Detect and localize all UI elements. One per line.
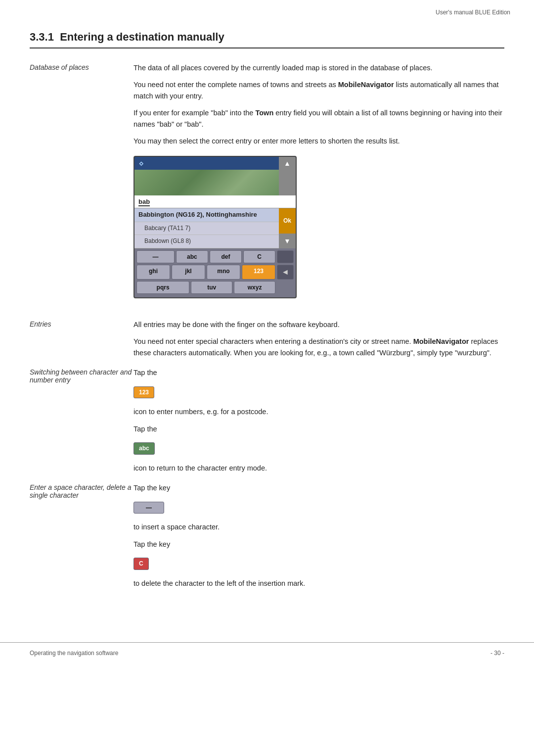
device-result-sub1[interactable]: Babcary (TA11 7) — [134, 222, 279, 236]
space-delete-content: Tap the key — to insert a space characte… — [134, 482, 504, 589]
delete-tap-the: Tap the key — [134, 539, 504, 550]
scroll-up-icon: ▲ — [284, 159, 291, 167]
key-pqrs[interactable]: pqrs — [136, 281, 189, 294]
database-para-3: If you enter for example "bab" into the … — [134, 107, 504, 130]
space-para: to insert a space character. — [134, 521, 504, 532]
key-delete-inline: C — [134, 556, 504, 572]
section-heading: Entering a destination manually — [60, 31, 224, 43]
map-scrollbar — [279, 170, 296, 195]
space-delete-label: Enter a space character, delete a single… — [30, 482, 134, 589]
key-space-inline: — — [134, 500, 504, 516]
database-para-1: The data of all places covered by the cu… — [134, 62, 504, 73]
device-top-bar: ⬦ ▲ — [134, 157, 296, 170]
scroll-down-button[interactable]: ▼ — [279, 234, 296, 248]
entries-label: Entries — [30, 319, 134, 358]
switching-tap-the-1: Tap the — [134, 367, 504, 378]
database-label: Database of places — [30, 62, 134, 310]
key-jkl[interactable]: jkl — [172, 265, 205, 280]
header-text: User's manual BLUE Edition — [436, 9, 510, 16]
device-result-selected[interactable]: Babbington (NG16 2), Nottinghamshire — [134, 208, 279, 222]
key-abc[interactable]: abc — [176, 250, 208, 263]
entries-section: Entries All entries may be done with the… — [30, 319, 504, 358]
entries-para-1: All entries may be done with the finger … — [134, 319, 504, 330]
entries-para-2: You need not enter special characters wh… — [134, 336, 504, 358]
page-divider — [0, 642, 534, 643]
database-content: The data of all places covered by the cu… — [134, 62, 504, 310]
footer-left: Operating the navigation software — [30, 650, 118, 657]
inline-key-123: 123 — [134, 386, 154, 399]
database-para-2: You need not enter the complete names of… — [134, 79, 504, 101]
inline-key-abc: abc — [134, 442, 155, 455]
keyboard-row-3: pqrs tuv wxyz — [136, 281, 294, 294]
key-123[interactable]: 123 — [242, 265, 275, 280]
footer-right: - 30 - — [490, 650, 504, 657]
device-results-list: Babbington (NG16 2), Nottinghamshire Bab… — [134, 208, 279, 248]
keyboard-row-1: — abc def C — [136, 250, 294, 263]
key-123-inline: 123 — [134, 384, 504, 401]
key-ghi[interactable]: ghi — [136, 265, 170, 280]
switching-section: Switching between character and number e… — [30, 367, 504, 473]
device-result-sub2[interactable]: Babdown (GL8 8) — [134, 235, 279, 248]
database-para-4: You may then select the correct entry or… — [134, 136, 504, 146]
keyboard-row-2: ghi jkl mno 123 ◄ — [136, 265, 294, 280]
device-screenshot: ⬦ ▲ bab — [134, 156, 297, 298]
backspace-area — [277, 250, 294, 263]
ok-button[interactable]: Ok — [279, 208, 296, 234]
key-c[interactable]: C — [243, 250, 275, 263]
switching-label: Switching between character and number e… — [30, 367, 134, 473]
section-title: 3.3.1 Entering a destination manually — [30, 31, 504, 48]
back-arrow-icon: ⬦ — [138, 158, 144, 168]
device-input-field[interactable]: bab — [134, 195, 296, 208]
space-delete-section: Enter a space character, delete a single… — [30, 482, 504, 589]
section-number: 3.3.1 — [30, 31, 54, 43]
key-abc-inline: abc — [134, 440, 504, 457]
switching-content: Tap the 123 icon to enter numbers, e.g. … — [134, 367, 504, 473]
page-footer: Operating the navigation software - 30 - — [0, 650, 534, 657]
switching-para-2: icon to return to the character entry mo… — [134, 463, 504, 473]
key-def[interactable]: def — [210, 250, 242, 263]
inline-key-space: — — [134, 502, 164, 514]
key-backspace[interactable]: ◄ — [277, 265, 294, 280]
switching-para-1: icon to enter numbers, e.g. for a postco… — [134, 406, 504, 417]
inline-key-delete: C — [134, 558, 149, 570]
delete-para: to delete the character to the left of t… — [134, 578, 504, 589]
key-mno[interactable]: mno — [207, 265, 240, 280]
device-results: Babbington (NG16 2), Nottinghamshire Bab… — [134, 208, 296, 248]
key-space[interactable]: — — [136, 250, 175, 263]
switching-tap-the-2: Tap the — [134, 424, 504, 434]
key-wxyz[interactable]: wxyz — [234, 281, 275, 294]
device-input-row: bab — [134, 195, 296, 208]
entries-content: All entries may be done with the finger … — [134, 319, 504, 358]
device-keyboard: — abc def C ghi jkl mno 123 ◄ pqrs — [134, 248, 296, 297]
space-tap-the: Tap the key — [134, 482, 504, 493]
device-map-area — [134, 170, 296, 195]
key-tuv[interactable]: tuv — [191, 281, 232, 294]
database-section: Database of places The data of all place… — [30, 62, 504, 310]
